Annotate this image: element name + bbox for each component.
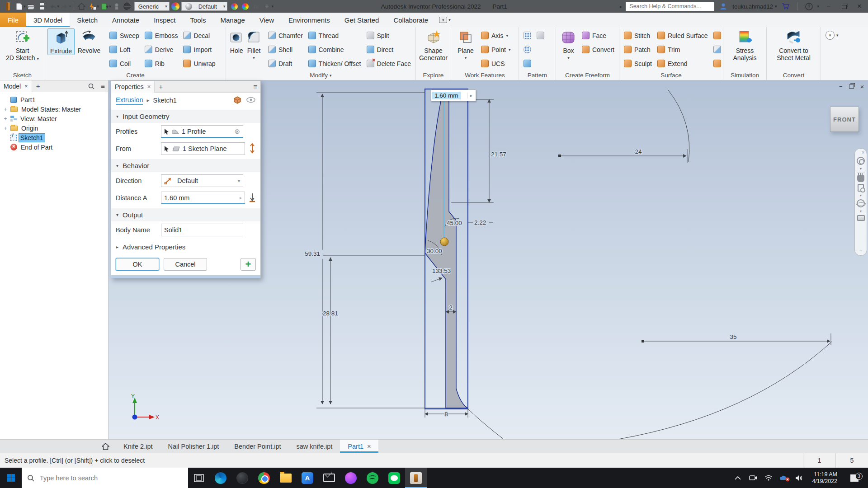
- doc-minimize-icon[interactable]: [839, 83, 843, 90]
- expand-icon[interactable]: [3, 106, 8, 113]
- freeform-box-button[interactable]: Box: [558, 28, 579, 61]
- properties-menu-icon[interactable]: [250, 83, 260, 90]
- to-next-icon[interactable]: [249, 192, 256, 204]
- tree-item-end-of-part[interactable]: End of Part: [3, 142, 108, 152]
- sketch-center-point[interactable]: [440, 238, 448, 246]
- circular-pattern-button[interactable]: [521, 42, 533, 56]
- taskbar-xbox-icon[interactable]: [231, 468, 253, 488]
- distance-flyout-caret[interactable]: [240, 195, 242, 200]
- help-caret[interactable]: [817, 4, 819, 9]
- coil-button[interactable]: Coil: [107, 56, 142, 70]
- combine-button[interactable]: Combine: [306, 42, 363, 56]
- ribbon-expand-button[interactable]: [821, 27, 843, 80]
- import-button[interactable]: Import: [181, 42, 217, 56]
- redo-caret[interactable]: [69, 4, 71, 9]
- body-name-field[interactable]: Solid1: [161, 224, 243, 236]
- doc-tab-bender-point[interactable]: Bender Point.ipt: [226, 440, 288, 453]
- tray-chevron-icon[interactable]: [733, 476, 742, 480]
- undo-icon[interactable]: [48, 1, 58, 11]
- dim-2[interactable]: 2: [449, 304, 453, 311]
- thicken-offset-button[interactable]: Thicken/ Offset: [306, 56, 363, 70]
- ucs-button[interactable]: UCS: [479, 56, 513, 70]
- steering-wheel-icon[interactable]: [857, 157, 865, 165]
- browser-tab-close-icon[interactable]: [24, 83, 28, 89]
- tab-get-started[interactable]: Get Started: [337, 13, 387, 27]
- help-search-input[interactable]: [626, 2, 714, 11]
- dim-59-31[interactable]: 59.31: [305, 250, 320, 257]
- cancel-button[interactable]: Cancel: [164, 258, 207, 271]
- delete-surface-button[interactable]: [711, 42, 723, 56]
- solid-preview-icon[interactable]: [232, 95, 242, 106]
- minimize-button[interactable]: [823, 3, 835, 10]
- profiles-field[interactable]: 1 Profile ⊗: [161, 125, 243, 138]
- doc-tab-part1[interactable]: Part1: [340, 440, 378, 453]
- rib-button[interactable]: Rib: [142, 56, 180, 70]
- taskbar-line-icon[interactable]: [383, 468, 405, 488]
- user-menu[interactable]: teuku.ahmad12: [732, 3, 777, 10]
- extrude-button[interactable]: Extrude: [47, 28, 75, 55]
- start-button[interactable]: [0, 468, 22, 488]
- tray-wifi-icon[interactable]: [764, 475, 773, 481]
- qat-caret[interactable]: [271, 4, 274, 9]
- adjust-appearance-icon[interactable]: [229, 1, 239, 11]
- new-file-icon[interactable]: [14, 1, 24, 11]
- distance-mini-toolbar[interactable]: 1.60 mm: [431, 89, 476, 101]
- return-sketch-caret[interactable]: [97, 4, 99, 9]
- arc-bottom-right[interactable]: [618, 342, 832, 439]
- taskbar-autodesk-icon[interactable]: [297, 468, 318, 488]
- crumb-extrusion[interactable]: Extrusion: [116, 96, 143, 105]
- open-folder-icon[interactable]: [26, 1, 36, 11]
- start-2d-sketch-button[interactable]: Start 2D Sketch: [3, 28, 42, 62]
- thread-button[interactable]: Thread: [306, 28, 363, 42]
- measure-icon[interactable]: [112, 1, 122, 11]
- taskbar-mail-icon[interactable]: [318, 468, 340, 488]
- dim-24[interactable]: 24: [635, 148, 642, 155]
- section-advanced[interactable]: Advanced Properties: [111, 240, 260, 253]
- task-view-button[interactable]: [188, 468, 210, 488]
- new-file-caret[interactable]: [24, 4, 26, 9]
- zoom-icon[interactable]: [858, 184, 864, 192]
- visibility-eye-icon[interactable]: [246, 97, 256, 104]
- taskbar-search-input[interactable]: [39, 474, 170, 482]
- expand-icon[interactable]: [3, 125, 8, 131]
- dim-35[interactable]: 35: [730, 333, 736, 340]
- browser-menu-icon[interactable]: [98, 82, 108, 90]
- home-icon[interactable]: [77, 1, 87, 11]
- restore-button[interactable]: [838, 3, 850, 10]
- doc-tab-saw-knife[interactable]: saw knife.ipt: [289, 440, 340, 453]
- emboss-button[interactable]: Emboss: [142, 28, 180, 42]
- dim-30-00[interactable]: 30.00: [427, 248, 442, 254]
- loft-button[interactable]: Loft: [107, 42, 142, 56]
- dim-28-81[interactable]: 28.81: [323, 310, 338, 317]
- taskbar-capture-icon[interactable]: [340, 468, 362, 488]
- hole-button[interactable]: Hole: [228, 28, 245, 54]
- mini-flyout-caret[interactable]: [467, 93, 475, 99]
- panel-label-modify[interactable]: Modify: [226, 70, 415, 80]
- taskbar-chrome-icon[interactable]: [253, 468, 275, 488]
- return-sketch-icon[interactable]: [88, 1, 98, 11]
- tab-view[interactable]: View: [252, 13, 281, 27]
- derive-button[interactable]: Derive: [142, 42, 180, 56]
- redo-icon[interactable]: [60, 1, 70, 11]
- sweep-button[interactable]: Sweep: [107, 28, 142, 42]
- repair-surface-button[interactable]: [711, 56, 723, 70]
- local-update-icon[interactable]: [99, 1, 109, 11]
- section-input-geometry[interactable]: Input Geometry: [111, 110, 260, 123]
- tree-item-part1[interactable]: Part1: [3, 95, 108, 104]
- split-button[interactable]: Split: [364, 28, 413, 42]
- ribbon-display-toggle[interactable]: [439, 13, 451, 27]
- taskbar-clock[interactable]: 11:19 AM 4/19/2022: [810, 471, 839, 485]
- mirror-button[interactable]: [534, 28, 547, 42]
- new-feature-button[interactable]: [241, 258, 256, 271]
- tray-meet-now-icon[interactable]: [749, 475, 758, 481]
- dim-8[interactable]: 8: [444, 411, 448, 418]
- sketch-pattern-button[interactable]: [521, 56, 533, 70]
- properties-tab-close-icon[interactable]: [147, 83, 151, 90]
- properties-add-tab-button[interactable]: [155, 83, 167, 90]
- tab-collaborate[interactable]: Collaborate: [386, 13, 435, 27]
- store-cart-icon[interactable]: [781, 1, 791, 11]
- view-cube[interactable]: FRONT: [830, 107, 859, 132]
- help-icon[interactable]: ?: [804, 1, 814, 11]
- section-behavior[interactable]: Behavior: [111, 159, 260, 172]
- arc-top-right[interactable]: [668, 89, 689, 162]
